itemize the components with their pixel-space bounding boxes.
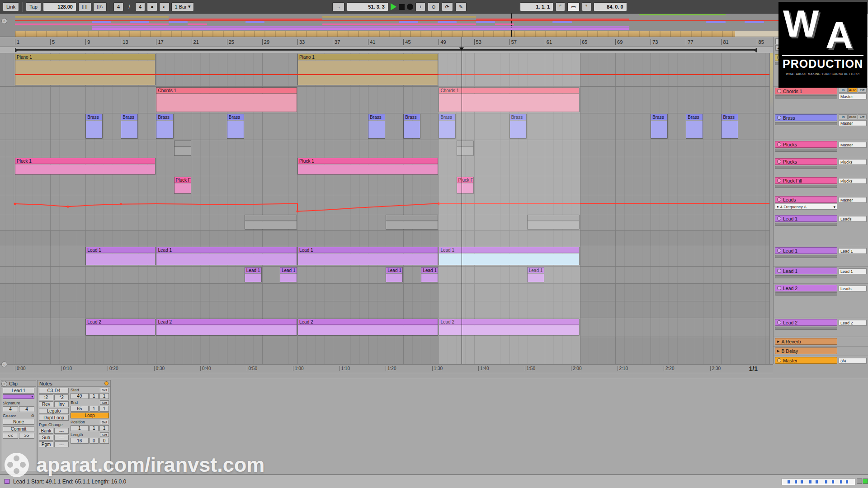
duplicate-loop-button[interactable]: Dupl.Loop — [39, 415, 69, 421]
loop-start-marker[interactable] — [15, 48, 19, 52]
punch-in-button[interactable]: ⌜ — [556, 2, 565, 11]
track-volume-slider[interactable] — [775, 292, 837, 296]
output-chooser[interactable]: Master — [839, 197, 867, 203]
arrangement-clip[interactable]: Pluck F — [174, 177, 191, 194]
output-chooser[interactable]: Master — [839, 142, 867, 148]
start-set-button[interactable]: Set — [100, 388, 109, 392]
signature-numerator-field[interactable]: 4 — [3, 406, 18, 412]
position-beat-field[interactable]: 1 — [90, 425, 99, 431]
track-unfold-icon[interactable] — [777, 216, 781, 221]
overview-toggle-icon[interactable]: ○ — [1, 18, 7, 24]
end-sixteenth-field[interactable]: 1 — [99, 406, 109, 412]
track-header-row[interactable]: ▶B Delay — [774, 347, 868, 356]
scrub-area[interactable] — [0, 47, 773, 53]
legato-button[interactable]: Legato — [39, 408, 69, 414]
arrangement-clip[interactable]: Lead 2 — [156, 319, 297, 336]
track-header-row[interactable]: Leads●4 Frequency A▾Master — [774, 195, 868, 214]
track-volume-slider[interactable] — [775, 95, 837, 99]
signature-denominator-field[interactable]: 4 — [19, 406, 34, 412]
bank-field[interactable]: --- — [54, 428, 69, 434]
arrangement-clip[interactable]: Lead 2 — [297, 319, 438, 336]
arrangement-clip[interactable]: Chords 1 — [439, 87, 579, 112]
arrangement-clip[interactable]: Brass — [156, 114, 173, 139]
loop-switch[interactable]: ▭ — [567, 2, 579, 11]
length-bar-field[interactable]: 16 — [71, 438, 89, 444]
arrangement-clip[interactable]: Brass — [509, 114, 527, 139]
track-header-row[interactable]: ▶A Reverb — [774, 337, 868, 347]
track-header-row[interactable]: Lead 1Lead 1 — [774, 267, 868, 284]
time-ruler[interactable]: 1/1 0:000:100:200:300:400:501:001:101:20… — [0, 364, 773, 373]
arrangement-clip[interactable]: Lead 1 — [280, 267, 297, 282]
track-header-row[interactable]: Pluck FillPlucks — [774, 176, 868, 195]
length-sixteenth-field[interactable]: 0 — [99, 438, 109, 444]
track-unfold-icon[interactable] — [777, 320, 781, 324]
monitor-in-button[interactable]: In — [839, 114, 848, 119]
loop-toggle-button[interactable]: Loop — [71, 413, 109, 418]
track-volume-slider[interactable] — [775, 122, 837, 125]
output-chooser[interactable]: Lead 1 — [839, 268, 867, 274]
track-name-plate[interactable]: Lead 1 — [775, 267, 837, 274]
track-name-plate[interactable]: Plucks — [775, 158, 837, 165]
arrangement-clip[interactable]: Pluck 1 — [15, 158, 156, 175]
arrangement-clip[interactable]: Lead 1 — [527, 267, 544, 282]
arrangement-overview[interactable] — [0, 14, 868, 37]
punch-out-button[interactable]: ⌝ — [582, 2, 591, 11]
arrangement-loop-brace[interactable] — [15, 49, 757, 51]
commit-button[interactable]: Commit — [3, 426, 34, 432]
double-time-button[interactable]: *2 — [54, 394, 69, 400]
track-unfold-icon[interactable] — [777, 269, 781, 273]
stop-button[interactable] — [399, 4, 405, 10]
monitor-off-button[interactable]: Off — [858, 88, 867, 93]
arrangement-clip[interactable]: Lead 2 — [439, 319, 579, 336]
arrangement-clip[interactable]: Piano 1 — [297, 54, 438, 85]
loop-start-field[interactable]: 1. 1. 1 — [520, 2, 553, 11]
monitor-auto-button[interactable]: Auto — [848, 88, 857, 93]
arrangement-clip[interactable]: Lead 1 — [297, 247, 438, 265]
end-set-button[interactable]: Set — [100, 400, 109, 405]
time-sig-denominator[interactable]: 4 — [135, 2, 145, 11]
clip-color-chooser[interactable]: ▾ — [3, 394, 34, 399]
automation-envelope[interactable] — [0, 195, 769, 214]
arrangement-clip[interactable]: Brass — [686, 114, 703, 139]
arrangement-clip[interactable]: Brass — [121, 114, 138, 139]
track-name-plate[interactable]: Master — [775, 357, 837, 364]
monitor-auto-button[interactable]: Auto — [848, 114, 857, 119]
track-unfold-icon[interactable] — [777, 116, 781, 120]
track-volume-slider[interactable] — [775, 185, 837, 188]
track-unfold-icon[interactable] — [777, 249, 781, 253]
arrangement-clip[interactable] — [174, 141, 191, 156]
arrangement-clip[interactable]: Brass — [721, 114, 738, 139]
reenable-automation-button[interactable]: ⟳ — [442, 2, 453, 11]
quantize-menu[interactable]: 1 Bar ▾ — [171, 2, 194, 11]
track-name-plate[interactable]: Plucks — [775, 141, 837, 148]
overdub-button[interactable]: + — [415, 2, 425, 11]
groove-chooser[interactable]: None — [3, 419, 34, 425]
track-header-row[interactable]: BrassInAutoOffMaster — [774, 113, 868, 140]
pgm-field[interactable]: --- — [54, 441, 69, 447]
monitor-in-button[interactable]: In — [839, 88, 848, 93]
arrangement-clip[interactable]: Pluck F — [457, 177, 474, 194]
time-sig-numerator[interactable]: 4 — [113, 2, 123, 11]
metronome-icon[interactable]: ||\\ — [93, 2, 107, 11]
track-unfold-icon[interactable] — [777, 142, 781, 146]
track-header-row[interactable]: Lead 1Leads — [774, 214, 868, 246]
unfold-arrow-icon[interactable]: ▶ — [777, 340, 779, 343]
output-chooser[interactable]: Plucks — [839, 159, 867, 165]
arrangement-clip[interactable] — [527, 215, 580, 230]
arrangement-clip[interactable]: Brass — [403, 114, 420, 139]
arrangement-clip[interactable] — [386, 215, 438, 230]
position-bar-field[interactable]: 1 — [71, 425, 89, 431]
track-unfold-icon[interactable] — [777, 197, 781, 202]
track-volume-slider[interactable] — [775, 275, 837, 278]
nudge-forward-button[interactable]: >> — [19, 433, 34, 439]
track-volume-slider[interactable] — [775, 166, 837, 169]
track-volume-slider[interactable] — [775, 327, 837, 330]
track-header-row[interactable]: Master3/4 — [774, 356, 868, 364]
track-name-plate[interactable]: Pluck Fill — [775, 177, 837, 184]
output-chooser[interactable]: 3/4 — [839, 358, 867, 364]
output-chooser[interactable]: Plucks — [839, 178, 867, 184]
output-chooser[interactable]: Lead 1 — [839, 248, 867, 254]
position-sixteenth-field[interactable]: 1 — [99, 425, 109, 431]
track-name-plate[interactable]: ▶A Reverb — [775, 338, 837, 345]
track-unfold-icon[interactable] — [777, 160, 781, 164]
